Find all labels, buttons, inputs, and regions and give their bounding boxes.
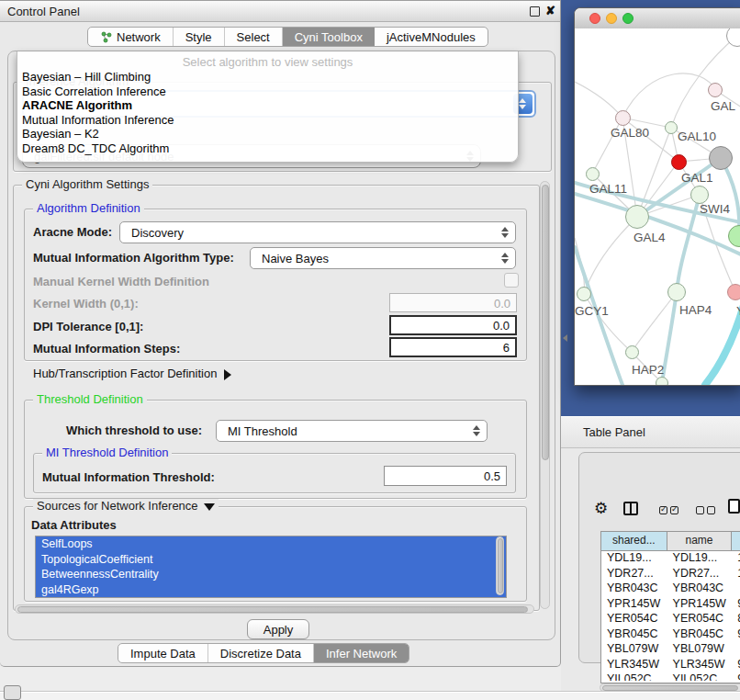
network-node-hap4[interactable] xyxy=(667,283,686,301)
dpi-tolerance-field[interactable]: 0.0 xyxy=(389,315,517,335)
threshold-definition-title: Threshold Definition xyxy=(33,392,147,406)
network-node-gal1[interactable] xyxy=(690,186,709,204)
data-attributes-list[interactable]: SelfLoopsTopologicalCoefficientBetweenne… xyxy=(35,536,507,598)
node-label: GAL4 xyxy=(633,231,666,244)
data-attribute-item[interactable]: gal4RGexp xyxy=(36,582,506,598)
node-label: GAL1 xyxy=(681,171,713,185)
table-panel-header: Table Panel xyxy=(561,416,740,448)
popup-items: Bayesian – Hill ClimbingBasic Correlatio… xyxy=(17,70,518,155)
network-window-titlebar[interactable] xyxy=(575,8,740,29)
table-cell: YBR045C xyxy=(601,627,667,642)
column-header-name[interactable]: name xyxy=(667,532,733,550)
network-node-y[interactable] xyxy=(727,284,740,300)
table-row[interactable]: YDR27...YDR27...12 xyxy=(601,566,740,581)
data-attribute-item[interactable]: SelfLoops xyxy=(36,536,506,552)
node-label: HAP4 xyxy=(679,303,712,317)
network-node[interactable] xyxy=(671,154,687,170)
attributes-list-scrollbar[interactable] xyxy=(496,536,504,595)
network-node[interactable] xyxy=(726,28,740,47)
file-icon[interactable] xyxy=(728,499,740,514)
panel-divider-handle[interactable] xyxy=(563,334,567,342)
mi-steps-field[interactable]: 6 xyxy=(389,337,517,357)
close-traffic-light[interactable] xyxy=(589,13,600,24)
network-node[interactable] xyxy=(709,146,733,170)
network-node-gal4[interactable] xyxy=(625,205,649,229)
column-header-shared-name[interactable]: shared... xyxy=(601,532,667,550)
checked-checkbox-icon[interactable] xyxy=(659,506,667,514)
table-row[interactable]: YBR045CYBR045C9. xyxy=(601,627,740,642)
table-cell: 9 xyxy=(732,672,740,681)
unchecked-checkbox-icon[interactable] xyxy=(696,506,704,514)
tab-network[interactable]: Network xyxy=(88,28,174,46)
settings-vertical-scrollbar[interactable] xyxy=(540,181,550,609)
network-node-gal80[interactable] xyxy=(615,110,631,126)
manual-kernel-checkbox[interactable] xyxy=(504,273,519,288)
algorithm-option[interactable]: Bayesian – K2 xyxy=(22,127,518,141)
tab-infer-network[interactable]: Infer Network xyxy=(314,644,409,662)
table-cell: 12 xyxy=(732,566,740,581)
network-node-gal[interactable] xyxy=(708,83,723,97)
node-label: HAP2 xyxy=(632,363,664,377)
table-row[interactable]: YER054CYER054C8. xyxy=(601,611,740,627)
hub-definition-label: Hub/Transcription Factor Definition xyxy=(33,367,217,380)
split-columns-icon[interactable] xyxy=(623,502,638,515)
tab-jactivemnodules[interactable]: jActiveMNodules xyxy=(375,28,488,46)
aracne-mode-combo[interactable]: Discovery xyxy=(119,221,516,243)
gear-icon[interactable]: ⚙ xyxy=(594,501,608,516)
tab-style[interactable]: Style xyxy=(174,28,225,46)
data-attribute-item[interactable]: TopologicalCoefficient xyxy=(36,552,506,568)
mi-type-combo[interactable]: Naive Bayes xyxy=(250,247,516,269)
unchecked-checkbox-icon-2[interactable] xyxy=(707,506,715,514)
algorithm-option[interactable]: Dream8 DC_TDC Algorithm xyxy=(22,141,518,156)
network-nodes-layer: GALGAL80GAL10GAL1GAL11SWI4GAL4GCY1HAP4YH… xyxy=(575,28,740,385)
table-row[interactable]: YDL19...YDL19...13 xyxy=(601,550,740,566)
network-node-gcy1[interactable] xyxy=(577,287,591,301)
table-cell: YBR045C xyxy=(667,627,733,642)
tab-cyni-toolbox[interactable]: Cyni Toolbox xyxy=(283,28,375,46)
zoom-traffic-light[interactable] xyxy=(622,13,633,24)
table-row[interactable]: YIL052CYIL052C9 xyxy=(601,672,740,681)
tab-cyni-toolbox-label: Cyni Toolbox xyxy=(295,30,363,44)
bottom-left-panel-icon[interactable] xyxy=(4,685,21,700)
which-threshold-combo[interactable]: MI Threshold xyxy=(216,420,488,442)
aracne-mode-value: Discovery xyxy=(131,226,184,240)
sources-title-text: Sources for Network Inference xyxy=(37,499,198,513)
apply-button[interactable]: Apply xyxy=(247,619,309,639)
tab-impute-data[interactable]: Impute Data xyxy=(118,644,208,662)
table-cell: YBR043C xyxy=(667,581,733,596)
table-row[interactable]: YBR043CYBR043C xyxy=(601,581,740,596)
algorithm-option[interactable]: Bayesian – Hill Climbing xyxy=(22,70,518,85)
network-node-gal10[interactable] xyxy=(665,121,678,134)
sources-group-title[interactable]: Sources for Network Inference xyxy=(33,499,219,513)
float-window-icon[interactable] xyxy=(530,6,540,17)
table-row[interactable]: YPR145WYPR145W9. xyxy=(601,596,740,612)
column-header-third[interactable]: A xyxy=(732,532,740,550)
node-table[interactable]: shared... name A YDL19...YDL19...13YDR27… xyxy=(600,531,740,683)
table-cell: YIL052C xyxy=(667,672,733,681)
minimize-traffic-light[interactable] xyxy=(606,13,617,24)
checked-checkbox-icon-2[interactable] xyxy=(670,506,678,514)
table-row[interactable]: YLR345WYLR345W9. xyxy=(601,657,740,672)
algorithm-option[interactable]: Mutual Information Inference xyxy=(22,113,518,128)
network-node-hap2[interactable] xyxy=(625,345,639,359)
algorithm-option[interactable]: ARACNE Algorithm xyxy=(22,98,518,113)
settings-horizontal-scrollbar[interactable] xyxy=(15,604,534,614)
combo-arrows-icon xyxy=(501,227,510,238)
table-panel: Table Panel ⚙ shared... name A YDL19...Y… xyxy=(561,416,740,700)
mi-threshold-field[interactable]: 0.5 xyxy=(384,466,507,486)
data-attribute-item[interactable]: BetweennessCentrality xyxy=(36,567,506,582)
table-row[interactable]: YBL079WYBL079W xyxy=(601,641,740,657)
table-cell xyxy=(732,641,740,657)
kernel-width-field[interactable]: 0.0 xyxy=(389,293,517,312)
network-node[interactable] xyxy=(728,225,740,247)
node-label: SWI4 xyxy=(700,202,730,216)
network-canvas[interactable]: GALGAL80GAL10GAL1GAL11SWI4GAL4GCY1HAP4YH… xyxy=(575,28,740,385)
hub-definition-toggle[interactable]: Hub/Transcription Factor Definition xyxy=(33,367,231,380)
network-node-gal11[interactable] xyxy=(586,167,600,181)
network-node[interactable] xyxy=(656,377,668,385)
tab-select[interactable]: Select xyxy=(225,28,283,46)
tab-discretize-data[interactable]: Discretize Data xyxy=(208,644,314,662)
tab-select-label: Select xyxy=(237,30,270,44)
algorithm-option[interactable]: Basic Correlation Inference xyxy=(22,85,518,99)
close-icon[interactable]: ✘ xyxy=(545,4,555,17)
